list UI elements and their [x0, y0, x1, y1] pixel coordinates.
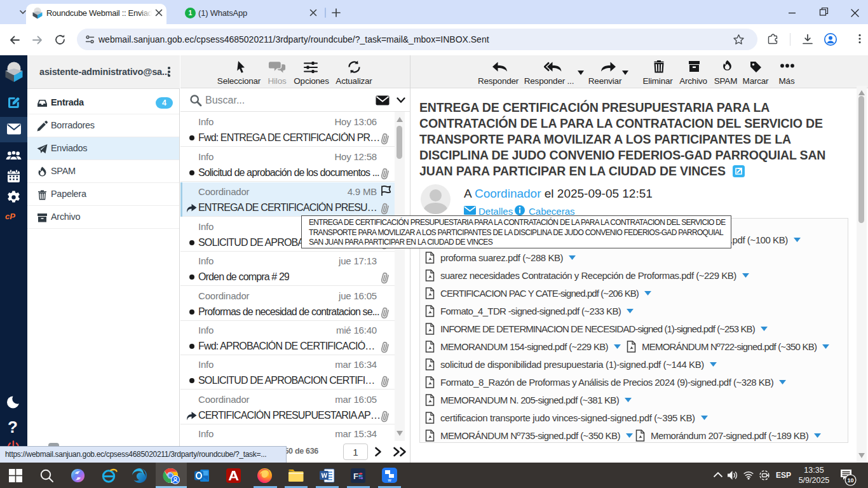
- svg-text:F: F: [353, 471, 358, 481]
- svg-text:10: 10: [847, 477, 853, 484]
- svg-text:1: 1: [189, 9, 193, 17]
- svg-text:w: w: [387, 478, 391, 482]
